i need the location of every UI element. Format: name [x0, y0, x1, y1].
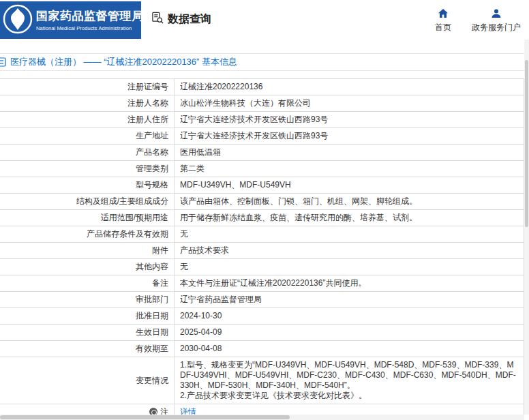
- row-label: 结构及组成/主要组成成分: [0, 194, 175, 210]
- row-value: 医用低温箱: [175, 145, 524, 161]
- row-value: 2024-10-30: [175, 308, 524, 325]
- table-row: 审批部门辽宁省药品监督管理局: [0, 292, 524, 308]
- row-value: 2030-04-08: [175, 341, 524, 357]
- row-label: 适用范围/预期用途: [0, 210, 175, 226]
- breadcrumb-icon: [0, 57, 6, 67]
- table-row: 注册证编号辽械注准20202220136: [0, 79, 524, 95]
- row-label: 型号规格: [0, 177, 175, 194]
- top-nav: 首页 政务服务门户: [435, 7, 521, 33]
- row-label: 备注: [0, 275, 175, 292]
- row-label: 注册证编号: [0, 79, 175, 95]
- table-row: 附件产品技术要求: [0, 243, 524, 259]
- table-row: 其他内容无: [0, 259, 524, 275]
- row-value: 本文件与注册证“辽械注准20202220136”共同使用。: [175, 275, 524, 292]
- row-value: 辽宁省大连经济技术开发区铁山西路93号: [175, 112, 524, 128]
- row-label: 批准日期: [0, 308, 175, 325]
- table-row: 注册人名称冰山松洋生物科技（大连）有限公司: [0, 95, 524, 112]
- row-label: 产品储存条件及有效期: [0, 226, 175, 243]
- row-value: 2025-04-09: [175, 325, 524, 341]
- row-label: 生产地址: [0, 128, 175, 145]
- org-name-en: National Medical Products Administration: [36, 25, 144, 31]
- table-row: 型号规格MDF-U349VH、MDF-U549VH: [0, 177, 524, 194]
- table-row: 产品储存条件及有效期无: [0, 226, 524, 243]
- row-value-line: 1.型号、规格变更为“MDF-U349VH、MDF-U549VH、MDF-548…: [180, 360, 518, 391]
- section-title-block: 数据查询: [151, 12, 211, 27]
- nav-home[interactable]: 首页: [435, 7, 451, 33]
- nav-portal[interactable]: 政务服务门户: [472, 7, 521, 33]
- table-row: 批准日期2024-10-30: [0, 308, 524, 325]
- row-value: 用于储存新鲜冻结血浆、疫苗、遗传研究用的酶、培养基、试剂。: [175, 210, 524, 226]
- vertical-scrollbar-track[interactable]: [524, 40, 529, 415]
- row-label: 附件: [0, 243, 175, 259]
- row-value: 冰山松洋生物科技（大连）有限公司: [175, 95, 524, 112]
- breadcrumb: 医疗器械（注册） —— “辽械注准20202220136” 基本信息: [0, 53, 524, 71]
- nmpa-logo-block[interactable]: 国家药品监督管理局 National Medical Products Admi…: [0, 1, 141, 39]
- row-label: 审批部门: [0, 292, 175, 308]
- table-row: 结构及组成/主要组成成分该产品由箱体、控制面板、门锁、箱门、机组、网架、脚轮组成…: [0, 194, 524, 210]
- table-row: 生产地址辽宁省大连经济技术开发区铁山西路93号: [0, 128, 524, 145]
- org-name-cn: 国家药品监督管理局: [36, 9, 144, 23]
- top-header: 国家药品监督管理局 National Medical Products Admi…: [0, 0, 529, 53]
- vertical-scrollbar-thumb[interactable]: [525, 60, 528, 227]
- row-value: 辽宁省药品监督管理局: [175, 292, 524, 308]
- table-row: 适用范围/预期用途用于储存新鲜冻结血浆、疫苗、遗传研究用的酶、培养基、试剂。: [0, 210, 524, 226]
- row-value: 无: [175, 226, 524, 243]
- row-value-line: 2.产品技术要求变更详见《技术要求变化对比表》。: [180, 391, 518, 401]
- info-table: 注册证编号辽械注准20202220136注册人名称冰山松洋生物科技（大连）有限公…: [0, 78, 524, 420]
- row-value: 辽械注准20202220136: [175, 79, 524, 95]
- table-row: 管理类别第二类: [0, 161, 524, 177]
- row-label: 有效期至: [0, 341, 175, 357]
- breadcrumb-text: 医疗器械（注册） —— “辽械注准20202220136” 基本信息: [10, 56, 237, 68]
- row-value: 无: [175, 259, 524, 275]
- table-row: 产品名称医用低温箱: [0, 145, 524, 161]
- row-value: 该产品由箱体、控制面板、门锁、箱门、机组、网架、脚轮组成。: [175, 194, 524, 210]
- table-row: 注册人住所辽宁省大连经济技术开发区铁山西路93号: [0, 112, 524, 128]
- row-value: 产品技术要求: [175, 243, 524, 259]
- row-label: 产品名称: [0, 145, 175, 161]
- nav-portal-label: 政务服务门户: [472, 22, 521, 33]
- table-row: 变更情况1.型号、规格变更为“MDF-U349VH、MDF-U549VH、MDF…: [0, 357, 524, 404]
- horizontal-scrollbar-thumb[interactable]: [0, 415, 290, 419]
- row-label: 变更情况: [0, 357, 175, 404]
- horizontal-scrollbar-track[interactable]: [0, 415, 524, 420]
- nmpa-logo-icon: [3, 4, 33, 37]
- data-query-icon: [151, 12, 164, 27]
- row-value: 辽宁省大连经济技术开发区铁山西路93号: [175, 128, 524, 145]
- home-icon: [438, 7, 449, 19]
- table-row: 生效日期2025-04-09: [0, 325, 524, 341]
- row-label: 其他内容: [0, 259, 175, 275]
- table-row: 有效期至2030-04-08: [0, 341, 524, 357]
- nav-home-label: 首页: [435, 22, 451, 33]
- row-label: 注册人住所: [0, 112, 175, 128]
- row-value: 第二类: [175, 161, 524, 177]
- section-title: 数据查询: [168, 12, 211, 27]
- row-label: 生效日期: [0, 325, 175, 341]
- user-icon: [491, 7, 502, 19]
- row-label: 管理类别: [0, 161, 175, 177]
- row-value: 1.型号、规格变更为“MDF-U349VH、MDF-U549VH、MDF-548…: [175, 357, 524, 404]
- row-value: MDF-U349VH、MDF-U549VH: [175, 177, 524, 194]
- row-label: 注册人名称: [0, 95, 175, 112]
- table-row: 备注本文件与注册证“辽械注准20202220136”共同使用。: [0, 275, 524, 292]
- info-table-body: 注册证编号辽械注准20202220136注册人名称冰山松洋生物科技（大连）有限公…: [0, 79, 524, 420]
